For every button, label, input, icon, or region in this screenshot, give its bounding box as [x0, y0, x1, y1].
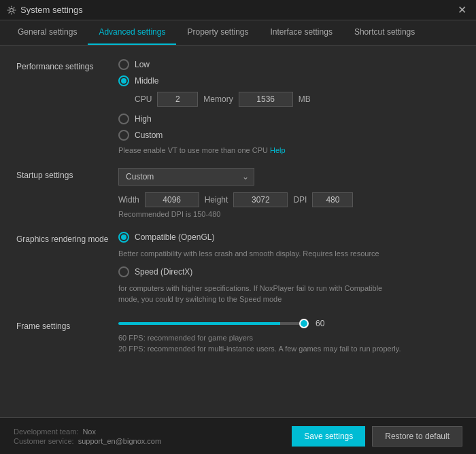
startup-label: Startup settings	[16, 168, 118, 218]
cpu-memory-row: CPU Memory MB	[135, 92, 460, 107]
radio-directx-label: Speed (DirectX)	[135, 267, 192, 277]
help-link[interactable]: Help	[270, 146, 286, 154]
customer-label: Customer service:	[14, 437, 74, 445]
cpu-input[interactable]	[157, 92, 198, 107]
slider-container: 60	[118, 319, 460, 328]
startup-content: Custom ⌄ Width Height DPI Recommended DP…	[118, 168, 460, 218]
radio-row-directx[interactable]: Speed (DirectX)	[118, 266, 460, 277]
performance-label: Performance settings	[16, 59, 118, 154]
restore-button[interactable]: Restore to default	[372, 426, 462, 447]
fps-hint-1: 60 FPS: recommended for game players	[118, 334, 460, 342]
tab-advanced[interactable]: Advanced settings	[88, 20, 176, 45]
startup-section: Startup settings Custom ⌄ Width Height D…	[16, 168, 460, 218]
fps-value: 60	[316, 319, 336, 328]
svg-point-0	[10, 8, 14, 12]
title-bar: System settings ✕	[0, 0, 476, 20]
footer-buttons: Save settings Restore to default	[292, 426, 462, 447]
performance-content: Low Middle CPU Memory MB High	[118, 59, 460, 154]
radio-high-label: High	[135, 114, 152, 124]
tab-interface[interactable]: Interface settings	[260, 20, 343, 45]
startup-dropdown[interactable]: Custom	[118, 168, 254, 186]
performance-section: Performance settings Low Middle CPU Memo…	[16, 59, 460, 154]
title-bar-title: System settings	[20, 5, 83, 15]
save-button[interactable]: Save settings	[292, 426, 365, 447]
fps-slider[interactable]	[118, 322, 309, 325]
radio-row-low[interactable]: Low	[118, 59, 460, 70]
main-content: Performance settings Low Middle CPU Memo…	[0, 46, 476, 415]
opengl-desc: Better compatibility with less crash and…	[118, 248, 404, 260]
graphics-section: Graphics rendering mode Compatible (Open…	[16, 232, 460, 305]
title-bar-left: System settings	[7, 5, 83, 15]
radio-high[interactable]	[118, 114, 129, 124]
radio-middle[interactable]	[118, 75, 129, 86]
radio-row-custom[interactable]: Custom	[118, 130, 460, 141]
width-input[interactable]	[145, 192, 199, 207]
vt-hint-text: Please enable VT to use more than one CP…	[118, 146, 270, 154]
dev-team-value: Nox	[82, 427, 96, 436]
startup-dropdown-wrapper: Custom ⌄	[118, 168, 254, 186]
graphics-content: Compatible (OpenGL) Better compatibility…	[118, 232, 460, 305]
frame-label: Frame settings	[16, 319, 118, 353]
height-label: Height	[205, 195, 228, 205]
height-input[interactable]	[233, 192, 288, 207]
frame-content: 60 60 FPS: recommended for game players …	[118, 319, 460, 353]
radio-custom-label: Custom	[135, 130, 163, 140]
cpu-label: CPU	[135, 94, 152, 104]
frame-section: Frame settings 60 60 FPS: recommended fo…	[16, 319, 460, 353]
tab-property[interactable]: Property settings	[176, 20, 259, 45]
customer-value: support_en@bignox.com	[78, 437, 161, 445]
radio-middle-label: Middle	[135, 76, 158, 86]
dev-team-label: Development team:	[14, 427, 78, 436]
footer: Development team: Nox Customer service: …	[0, 417, 476, 454]
fps-hint-2: 20 FPS: recommended for multi-instance u…	[118, 345, 404, 353]
graphics-label: Graphics rendering mode	[16, 232, 118, 305]
tab-bar: General settings Advanced settings Prope…	[0, 20, 476, 46]
radio-opengl-label: Compatible (OpenGL)	[135, 232, 214, 242]
tab-shortcut[interactable]: Shortcut settings	[343, 20, 426, 45]
radio-row-opengl[interactable]: Compatible (OpenGL)	[118, 232, 460, 243]
close-button[interactable]: ✕	[455, 3, 469, 16]
customer-row: Customer service: support_en@bignox.com	[14, 437, 161, 445]
radio-low[interactable]	[118, 59, 129, 70]
tab-general[interactable]: General settings	[7, 20, 88, 45]
memory-input[interactable]	[239, 92, 293, 107]
memory-label: Memory	[203, 94, 233, 104]
directx-desc: for computers with higher specifications…	[118, 283, 404, 305]
radio-row-high[interactable]: High	[118, 114, 460, 124]
radio-directx[interactable]	[118, 266, 129, 277]
radio-opengl[interactable]	[118, 232, 129, 243]
memory-unit: MB	[299, 94, 311, 104]
width-label: Width	[118, 195, 139, 205]
radio-row-middle[interactable]: Middle	[118, 75, 460, 86]
dimension-row: Width Height DPI	[118, 192, 460, 207]
radio-custom[interactable]	[118, 130, 129, 141]
radio-low-label: Low	[135, 60, 150, 69]
dpi-input[interactable]	[312, 192, 353, 207]
dpi-hint: Recommended DPI is 150-480	[118, 210, 460, 218]
dpi-label: DPI	[293, 195, 307, 205]
vt-hint: Please enable VT to use more than one CP…	[118, 146, 460, 154]
settings-icon	[7, 5, 16, 15]
dev-team-row: Development team: Nox	[14, 427, 161, 436]
footer-info: Development team: Nox Customer service: …	[14, 427, 161, 445]
